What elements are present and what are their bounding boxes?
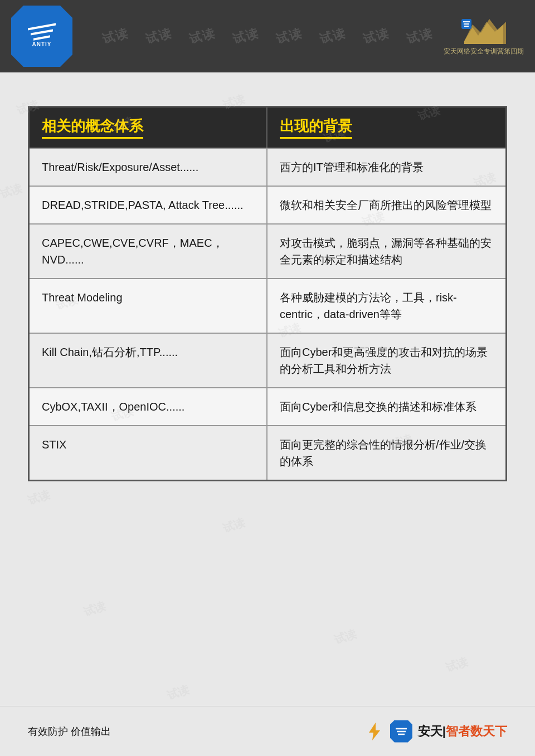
cell-1-2: 西方的IT管理和标准化的背景 (268, 149, 505, 186)
main-table: 相关的概念体系 出现的背景 Threat/Risk/Exposure/Asset… (28, 106, 507, 481)
table-body: Threat/Risk/Exposure/Asset...... 西方的IT管理… (30, 148, 505, 480)
table-row: Kill Chain,钻石分析,TTP...... 面向Cyber和更高强度的攻… (30, 333, 505, 387)
cell-6-2: 面向Cyber和信息交换的描述和标准体系 (268, 388, 505, 425)
logo: ANTIY (11, 6, 72, 67)
cell-5-2: 面向Cyber和更高强度的攻击和对抗的场景的分析工具和分析方法 (268, 334, 505, 387)
table-row: DREAD,STRIDE,PASTA, Attack Tree...... 微软… (30, 186, 505, 223)
footer-slogan: 有效防护 价值输出 (28, 725, 111, 738)
footer-logo (390, 720, 412, 743)
cell-2-2: 微软和相关安全厂商所推出的风险管理模型 (268, 187, 505, 223)
svg-marker-6 (369, 723, 380, 740)
cell-2-1: DREAD,STRIDE,PASTA, Attack Tree...... (30, 187, 268, 223)
cell-4-1: Threat Modeling (30, 279, 268, 333)
cell-3-2: 对攻击模式，脆弱点，漏洞等各种基础的安全元素的标定和描述结构 (268, 225, 505, 278)
cell-4-2: 各种威胁建模的方法论，工具，risk-centric，data-driven等等 (268, 279, 505, 333)
footer: 有效防护 价值输出 安天|智者数天下 (0, 706, 535, 756)
cell-6-1: CybOX,TAXII，OpenIOC...... (30, 388, 268, 425)
table-header: 相关的概念体系 出现的背景 (30, 108, 505, 148)
main-content: 相关的概念体系 出现的背景 Threat/Risk/Exposure/Asset… (0, 72, 535, 706)
table-row: CybOX,TAXII，OpenIOC...... 面向Cyber和信息交换的描… (30, 387, 505, 425)
footer-lightning-icon (364, 721, 385, 742)
table-row: CAPEC,CWE,CVE,CVRF，MAEC，NVD...... 对攻击模式，… (30, 223, 505, 278)
cell-5-1: Kill Chain,钻石分析,TTP...... (30, 334, 268, 387)
brand-text: 安天网络安全专训营第四期 (444, 47, 524, 56)
cell-1-1: Threat/Risk/Exposure/Asset...... (30, 149, 268, 186)
table-row: Threat Modeling 各种威胁建模的方法论，工具，risk-centr… (30, 278, 505, 333)
header-brand: 安天网络安全专训营第四期 (444, 16, 524, 56)
cell-7-1: STIX (30, 426, 268, 480)
table-row: Threat/Risk/Exposure/Asset...... 西方的IT管理… (30, 148, 505, 186)
logo-text: ANTIY (32, 41, 52, 47)
col1-header: 相关的概念体系 (30, 108, 268, 148)
cell-7-2: 面向更完整的综合性的情报分析/作业/交换的体系 (268, 426, 505, 480)
cell-3-1: CAPEC,CWE,CVE,CVRF，MAEC，NVD...... (30, 225, 268, 278)
header: 试读 试读 试读 试读 试读 试读 试读 试读 ANTIY 安天网络安全专训营第… (0, 0, 535, 72)
footer-brand: 安天|智者数天下 (364, 720, 507, 743)
footer-brand-text: 安天|智者数天下 (418, 723, 507, 740)
table-row: STIX 面向更完整的综合性的情报分析/作业/交换的体系 (30, 425, 505, 480)
brand-graphic (459, 16, 509, 47)
col2-header: 出现的背景 (268, 108, 505, 148)
logo-lines (28, 26, 56, 39)
